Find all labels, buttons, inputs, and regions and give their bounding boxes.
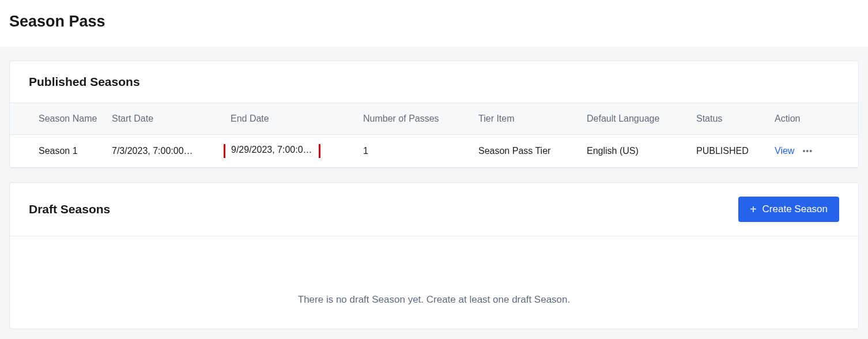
- cell-action: View •••: [770, 146, 858, 156]
- more-actions-icon[interactable]: •••: [802, 146, 813, 156]
- view-link[interactable]: View: [775, 146, 794, 156]
- page-title: Season Pass: [9, 13, 859, 31]
- col-header-status: Status: [689, 114, 770, 124]
- table-row: Season 1 7/3/2023, 7:00:00… 9/29/2023, 7…: [10, 135, 858, 168]
- cell-start-date: 7/3/2023, 7:00:00…: [105, 146, 224, 156]
- draft-seasons-header: Draft Seasons + Create Season: [10, 183, 858, 236]
- cell-num-passes: 1: [356, 146, 471, 156]
- cell-season-name: Season 1: [10, 146, 105, 156]
- published-seasons-header: Published Seasons: [10, 61, 858, 103]
- end-date-highlight: 9/29/2023, 7:00:0…: [224, 144, 320, 158]
- col-header-tier: Tier Item: [471, 114, 580, 124]
- plus-icon: +: [750, 204, 757, 215]
- col-header-start: Start Date: [105, 114, 224, 124]
- cell-end-date: 9/29/2023, 7:00:0…: [224, 144, 356, 158]
- col-header-lang: Default Language: [580, 114, 689, 124]
- content-area: Published Seasons Season Name Start Date…: [0, 47, 868, 339]
- create-season-button[interactable]: + Create Season: [738, 197, 839, 222]
- draft-seasons-card: Draft Seasons + Create Season There is n…: [9, 182, 859, 329]
- published-seasons-card: Published Seasons Season Name Start Date…: [9, 61, 859, 168]
- create-season-label: Create Season: [763, 204, 828, 215]
- table-header-row: Season Name Start Date End Date Number o…: [10, 103, 858, 135]
- cell-tier-item: Season Pass Tier: [471, 146, 580, 156]
- cell-default-language: English (US): [580, 146, 689, 156]
- draft-seasons-title: Draft Seasons: [29, 202, 110, 216]
- page-header: Season Pass: [0, 0, 868, 47]
- col-header-name: Season Name: [10, 114, 105, 124]
- col-header-passes: Number of Passes: [356, 114, 471, 124]
- draft-empty-state: There is no draft Season yet. Create at …: [10, 236, 858, 329]
- col-header-end: End Date: [224, 114, 356, 124]
- published-seasons-title: Published Seasons: [29, 75, 140, 89]
- cell-status: PUBLISHED: [689, 146, 770, 156]
- col-header-action: Action: [770, 114, 858, 124]
